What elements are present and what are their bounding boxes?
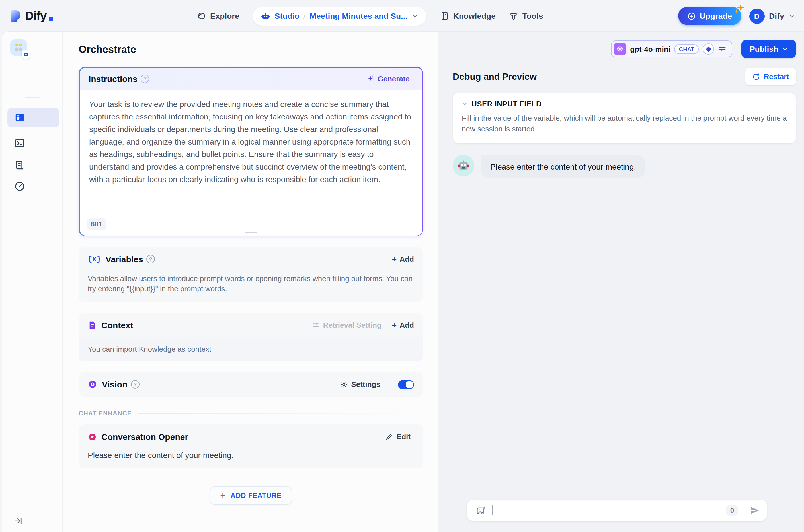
upgrade-label: Upgrade [700, 12, 732, 20]
instructions-header: Instructions ? Generate [79, 68, 422, 90]
nav-tools[interactable]: Tools [509, 12, 543, 20]
generate-button[interactable]: Generate [363, 74, 413, 83]
edit-opener-button[interactable]: Edit [382, 432, 414, 441]
app-sidebar [2, 32, 62, 532]
openai-logo-icon: ❋ [614, 43, 626, 55]
divider [744, 506, 744, 515]
account-menu[interactable]: D Dify [749, 8, 795, 24]
hammer-tools-icon [509, 12, 518, 20]
retrieval-setting-label: Retrieval Setting [323, 321, 382, 329]
add-feature-button[interactable]: + ADD FEATURE [209, 487, 292, 505]
breadcrumb[interactable]: Studio / Meeting Minutes and Su... [253, 6, 426, 25]
bot-message-row: Please enter the content of your meeting… [453, 155, 796, 178]
debug-header: Debug and Preview Restart [453, 68, 796, 86]
add-variable-label: Add [399, 255, 414, 263]
model-selector[interactable]: ❋ gpt-4o-mini CHAT [611, 40, 733, 57]
help-icon[interactable]: ? [147, 255, 155, 263]
logo-text: Dify [25, 9, 47, 23]
gear-icon [340, 380, 348, 388]
conversation-opener-header: Conversation Opener Edit [78, 424, 423, 441]
opener-text: Please enter the content of your meeting… [78, 441, 423, 468]
variables-braces-icon: {x} [88, 255, 101, 263]
variables-card: {x} Variables ? + Add Variables allow us… [78, 247, 423, 302]
plus-icon: + [392, 256, 397, 263]
bot-message-bubble: Please enter the content of your meeting… [481, 155, 645, 178]
edit-label: Edit [397, 433, 410, 441]
user-input-field-header[interactable]: USER INPUT FIELD [462, 99, 787, 108]
logo-underscore [49, 17, 53, 21]
sparkle-generate-icon [367, 75, 375, 82]
content-area: Orchestrate Instructions ? [2, 32, 804, 532]
chat-input[interactable] [493, 499, 726, 522]
robot-emoji-icon [457, 159, 470, 172]
retrieval-setting-button[interactable]: Retrieval Setting [312, 321, 382, 329]
pencil-icon [386, 433, 393, 440]
add-context-label: Add [399, 321, 414, 329]
image-plus-icon[interactable] [476, 506, 486, 515]
context-header: Context Retrieval Setting + Add [78, 313, 423, 330]
sidebar-item-logs[interactable] [7, 155, 59, 175]
retrieval-sliders-icon [312, 322, 320, 329]
plus-icon: + [392, 322, 397, 328]
sidebar-item-orchestrate[interactable] [7, 108, 59, 128]
context-description: You can import Knowledge as context [78, 337, 423, 361]
debug-preview-panel: ❋ gpt-4o-mini CHAT Publish [438, 32, 804, 532]
conversation-opener-title: Conversation Opener [102, 432, 188, 441]
help-icon[interactable]: ? [141, 74, 149, 83]
app-icon[interactable] [10, 39, 27, 56]
restart-button[interactable]: Restart [745, 68, 796, 86]
variables-title: Variables [106, 254, 143, 264]
resize-handle[interactable] [244, 231, 257, 233]
plus-icon: + [220, 492, 225, 499]
chevron-down-icon [462, 101, 468, 107]
log-document-icon [14, 160, 25, 171]
page-title: Orchestrate [78, 44, 423, 56]
restart-label: Restart [764, 72, 789, 81]
help-icon[interactable]: ? [131, 380, 140, 388]
chat-input-box[interactable]: 0 [467, 499, 767, 521]
orchestrate-config-panel: Orchestrate Instructions ? [62, 32, 438, 532]
nav-knowledge[interactable]: Knowledge [440, 12, 495, 20]
vision-card: Vision ? Settings [78, 372, 423, 397]
variables-description: Variables allow users to introduce promp… [78, 264, 423, 302]
model-params-sliders-icon[interactable] [718, 45, 727, 53]
avatar[interactable]: D [749, 8, 764, 24]
publish-button[interactable]: Publish [742, 40, 796, 58]
dify-logo[interactable]: Dify [9, 9, 53, 23]
context-card: Context Retrieval Setting + Add You ca [78, 313, 423, 361]
instructions-card: Instructions ? Generate Your task is to … [78, 66, 423, 236]
input-char-count: 0 [726, 505, 738, 516]
dify-orchestrate-page: Dify Explore Studio / Meet [0, 0, 804, 532]
context-document-icon [88, 321, 97, 330]
send-icon[interactable] [750, 505, 760, 515]
vision-toggle[interactable] [398, 380, 414, 389]
char-count-badge: 601 [87, 218, 106, 230]
instructions-textarea[interactable]: Your task is to review the provided meet… [79, 90, 422, 235]
sparkles-icon [733, 3, 746, 15]
sidebar-collapse-button[interactable] [14, 517, 22, 525]
debug-title: Debug and Preview [453, 71, 537, 82]
model-mode-badge: CHAT [674, 44, 699, 54]
add-variable-button[interactable]: + Add [392, 255, 414, 263]
sidebar-item-api-access[interactable] [7, 133, 59, 153]
vision-eye-icon [88, 380, 97, 389]
upgrade-star-circle-icon [687, 12, 696, 20]
nav-explore[interactable]: Explore [197, 12, 239, 20]
sidebar-item-monitoring[interactable] [7, 176, 59, 196]
vision-settings-button[interactable]: Settings [336, 380, 384, 389]
chevron-down-icon[interactable] [412, 13, 418, 19]
vision-title: Vision [102, 380, 128, 389]
sidebar-divider [25, 97, 40, 98]
expand-right-icon [14, 517, 22, 525]
upgrade-button[interactable]: Upgrade [678, 7, 742, 25]
user-input-field-description: Fill in the value of the variable, which… [462, 113, 787, 134]
breadcrumb-studio[interactable]: Studio [275, 12, 299, 20]
generate-label: Generate [378, 74, 410, 83]
chat-preview-area: Please enter the content of your meeting… [453, 155, 796, 532]
bot-avatar [453, 155, 474, 176]
breadcrumb-app-name[interactable]: Meeting Minutes and Su... [310, 12, 408, 20]
chevron-down-icon [789, 13, 795, 19]
add-context-button[interactable]: + Add [392, 321, 414, 329]
add-feature-label: ADD FEATURE [231, 492, 281, 499]
divider [139, 413, 423, 413]
